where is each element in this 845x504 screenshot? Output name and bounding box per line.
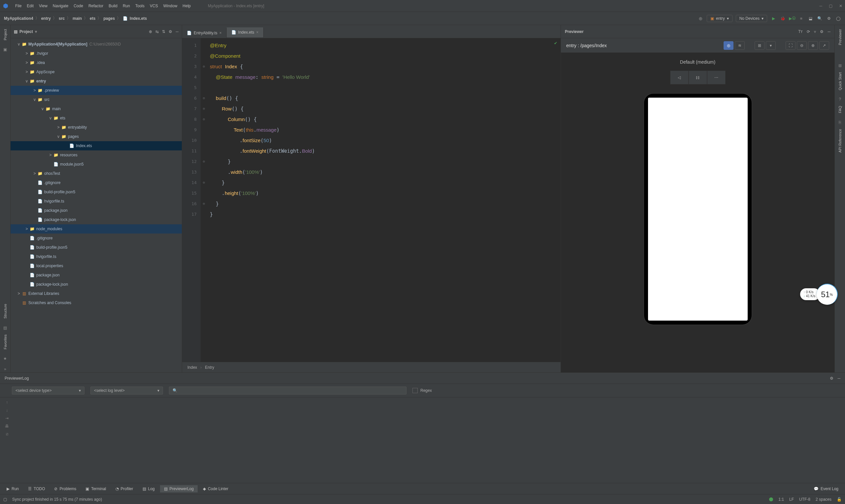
grid-icon[interactable]: ⊞ xyxy=(755,41,765,50)
tree-item[interactable]: 📄package.json xyxy=(11,270,182,280)
bottom-tab-log[interactable]: ▤Log xyxy=(139,485,159,492)
settings-icon[interactable]: ⚙ xyxy=(826,16,832,21)
gear-icon[interactable]: ⚙ xyxy=(820,29,824,34)
coverage-button[interactable]: ▶⦿ xyxy=(789,16,795,21)
rail-previewer[interactable]: Previewer xyxy=(838,27,842,47)
close-icon[interactable]: × xyxy=(256,30,259,35)
breadcrumb[interactable]: MyApplication4〉entry〉src〉main〉ets〉pages〉… xyxy=(4,16,147,21)
tree-item[interactable]: >📁ohosTest xyxy=(11,169,182,178)
rail-faq[interactable]: FAQ xyxy=(838,104,842,115)
locate-icon[interactable]: ⊕ xyxy=(149,29,152,34)
line-ending[interactable]: LF xyxy=(789,497,794,502)
minimize-button[interactable]: ─ xyxy=(819,4,822,8)
rail-project[interactable]: Project xyxy=(3,27,7,42)
caret-position[interactable]: 1:1 xyxy=(778,497,784,502)
user-icon[interactable]: ◯ xyxy=(835,16,841,21)
menu-edit[interactable]: Edit xyxy=(24,3,36,9)
device-screen[interactable] xyxy=(648,97,748,321)
stop-button[interactable]: ■ xyxy=(798,16,804,21)
tree-item[interactable]: 📄module.json5 xyxy=(11,160,182,169)
popout-icon[interactable]: ↗ xyxy=(819,41,829,50)
encoding[interactable]: UTF-8 xyxy=(799,497,810,502)
tree-item[interactable]: v📁main xyxy=(11,104,182,113)
update-icon[interactable]: ⬓ xyxy=(807,16,813,21)
search-icon[interactable]: 🔍 xyxy=(816,16,823,21)
device-type-select[interactable]: <select device type>▾ xyxy=(12,386,85,395)
rail-favorites[interactable]: Favorites xyxy=(3,332,7,351)
tree-item[interactable]: 📄Index.ets xyxy=(11,141,182,150)
rail-icon[interactable]: ⊞ xyxy=(837,62,843,69)
zoom-in-icon[interactable]: ⊕ xyxy=(808,41,818,50)
menu-tools[interactable]: Tools xyxy=(133,3,147,9)
regex-checkbox[interactable]: Regex xyxy=(412,388,432,393)
tree-item[interactable]: >📁.idea xyxy=(11,58,182,67)
tree-item[interactable]: ▥Scratches and Consoles xyxy=(11,298,182,307)
tree-item[interactable]: 📄package.json xyxy=(11,206,182,215)
expand-icon[interactable]: ⇆ xyxy=(156,29,159,34)
gear-icon[interactable]: ⚙ xyxy=(168,29,172,34)
editor-tab[interactable]: 📄Index.ets× xyxy=(227,28,264,38)
sync-icon[interactable]: ◎ xyxy=(698,16,703,21)
log-up-icon[interactable]: ↑ xyxy=(6,400,8,405)
tree-item[interactable]: 📄package-lock.json xyxy=(11,215,182,224)
prev-rotate-button[interactable]: ⫿⫿ xyxy=(689,71,707,85)
close-window-button[interactable]: ✕ xyxy=(839,4,842,8)
close-icon[interactable]: × xyxy=(219,31,222,35)
prev-back-button[interactable]: ◁ xyxy=(670,71,689,85)
tree-item[interactable]: >📁.hvigor xyxy=(11,49,182,58)
rail-quickstart[interactable]: Quick Start xyxy=(838,70,842,92)
tree-item[interactable]: 📄local.properties xyxy=(11,261,182,270)
log-clear-icon[interactable]: ⎚ xyxy=(6,432,8,436)
log-content[interactable] xyxy=(14,397,845,483)
fold-column[interactable]: ⊖ ⊖⊖⊖ ⊖ ⊖ ⊖ xyxy=(201,38,207,362)
debug-button[interactable]: 🐞 xyxy=(780,16,786,21)
log-search-input[interactable]: 🔍 xyxy=(169,386,407,395)
zoom-out-icon[interactable]: ⊖ xyxy=(797,41,807,50)
tree-item[interactable]: >📁entryability xyxy=(11,123,182,132)
rail-icon[interactable]: ⎘ xyxy=(837,119,843,126)
rail-icon[interactable]: ★ xyxy=(2,355,8,362)
editor-tab[interactable]: 📄EntryAbility.ts× xyxy=(182,28,227,38)
hide-icon[interactable]: ─ xyxy=(838,376,840,381)
inspect-toggle[interactable]: ◎ xyxy=(723,41,734,50)
run-button[interactable]: ▶ xyxy=(770,16,776,21)
rail-icon[interactable]: ▣ xyxy=(2,46,8,53)
dropdown-icon[interactable]: ▾ xyxy=(766,41,776,50)
layers-icon[interactable]: ≋ xyxy=(735,41,745,50)
tree-item[interactable]: >▥External Libraries xyxy=(11,289,182,298)
bottom-tab-previewerlog[interactable]: ▤PreviewerLog xyxy=(160,485,198,492)
bottom-tab-todo[interactable]: ☰TODO xyxy=(24,485,49,492)
bottom-tab-terminal[interactable]: ▣Terminal xyxy=(82,485,110,492)
tree-item[interactable]: 📄package-lock.json xyxy=(11,280,182,289)
rail-icon[interactable]: ▤ xyxy=(2,325,8,331)
bottom-tab-code linter[interactable]: ◆Code Linter xyxy=(199,485,232,492)
tree-item[interactable]: >📁node_modules xyxy=(11,224,182,234)
menu-code[interactable]: Code xyxy=(71,3,86,9)
tree-item[interactable]: 📄hvigorfile.ts xyxy=(11,197,182,206)
log-print-icon[interactable]: 🖶 xyxy=(5,424,9,429)
maximize-button[interactable]: ▢ xyxy=(829,4,832,8)
bottom-tab-problems[interactable]: ⊘Problems xyxy=(50,485,80,492)
tree-item[interactable]: 📄build-profile.json5 xyxy=(11,243,182,252)
bottom-tab-profiler[interactable]: ◔Profiler xyxy=(111,485,137,492)
bottom-tab-run[interactable]: ▶Run xyxy=(3,485,23,492)
font-icon[interactable]: Tᴛ xyxy=(798,29,803,34)
prev-more-button[interactable]: ⋯ xyxy=(707,71,725,85)
editor-breadcrumb[interactable]: Index›Entry xyxy=(182,362,561,372)
rail-more-icon[interactable]: » xyxy=(2,366,8,372)
tree-item[interactable]: 📄hvigorfile.ts xyxy=(11,252,182,261)
tree-item[interactable]: 📄.gitignore xyxy=(11,234,182,243)
gear-icon[interactable]: ⚙ xyxy=(830,376,833,381)
collapse-icon[interactable]: ⇅ xyxy=(162,29,165,34)
menu-view[interactable]: View xyxy=(36,3,50,9)
device-selector[interactable]: No Devices▾ xyxy=(736,15,767,22)
filter-icon[interactable]: ▿ xyxy=(814,29,816,34)
event-log-button[interactable]: 💬Event Log xyxy=(810,485,842,492)
indent-info[interactable]: 2 spaces xyxy=(816,497,831,502)
log-level-select[interactable]: <select log level>▾ xyxy=(90,386,163,395)
tree-item[interactable]: v📁src xyxy=(11,95,182,104)
code-area[interactable]: @Entry @Component struct Index { @State … xyxy=(207,38,561,362)
readonly-icon[interactable]: 🔓 xyxy=(837,497,842,502)
tree-item[interactable]: 📄.gitignore xyxy=(11,178,182,187)
tree-item[interactable]: >📁resources xyxy=(11,150,182,160)
